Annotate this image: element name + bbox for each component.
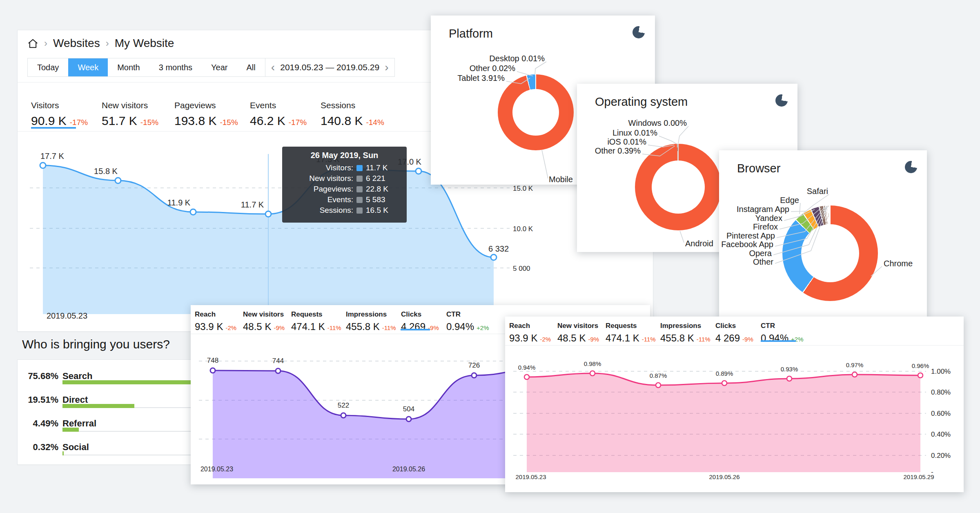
point-label: 744 (272, 357, 284, 365)
y-axis-label: 1.00% (931, 368, 951, 375)
source-bar (62, 451, 64, 455)
y-axis-label: 0.20% (931, 452, 951, 459)
tooltip-label: Visitors: (289, 163, 353, 172)
data-point[interactable] (416, 168, 421, 174)
tooltip-label: Sessions: (289, 206, 353, 215)
tooltip-row: Events:5 583 (289, 194, 400, 205)
point-label: 522 (338, 401, 349, 409)
data-point[interactable] (590, 371, 595, 376)
ad-ctr-card: Reach93.9 K-2% New visitors48.5 K-9% Req… (505, 317, 964, 492)
tooltip-row: Sessions:16.5 K (289, 205, 400, 216)
donut-slice-label: Yandex (652, 214, 782, 223)
series-swatch (356, 186, 363, 192)
series-swatch (356, 207, 363, 214)
browser-card: Browser SafariEdgeInstagram AppYandexFir… (719, 150, 927, 318)
source-pct: 19.51% (25, 395, 58, 405)
tooltip-date: 26 May 2019, Sun (289, 151, 400, 160)
data-point[interactable] (210, 368, 215, 373)
tooltip-row: Pageviews:22.8 K (289, 184, 400, 194)
donut-slice-label: Firefox (647, 222, 778, 231)
tooltip-value: 16.5 K (366, 206, 388, 215)
donut-slice-label: Other 0.39% (510, 146, 641, 155)
data-point[interactable] (524, 375, 529, 379)
data-point[interactable] (491, 254, 497, 260)
source-label: Social (62, 442, 89, 453)
x-axis-label: 2019.05.23 (47, 311, 87, 320)
tooltip-value: 22.8 K (366, 185, 388, 194)
tooltip-value: 11.7 K (366, 163, 388, 172)
donut-slice-label: Pinterest App (644, 231, 775, 240)
data-point[interactable] (852, 372, 857, 377)
point-label: 0.97% (846, 361, 864, 368)
area-fill (527, 373, 920, 472)
tooltip-label: Events: (289, 195, 353, 204)
data-point[interactable] (918, 373, 923, 378)
data-point[interactable] (787, 376, 792, 381)
tooltip-label: New visitors: (289, 174, 353, 183)
data-point[interactable] (40, 163, 46, 168)
tooltip-row: Visitors:11.7 K (289, 163, 400, 173)
donut-slice-label: Other 0.02% (385, 64, 515, 73)
donut-slice-label: Facebook App (643, 240, 773, 249)
data-point[interactable] (406, 417, 411, 422)
series-swatch (356, 176, 363, 182)
analytics-dashboard: › Websites › My Website Today Week Month… (0, 0, 980, 513)
ctr-area-chart[interactable]: 0.94%0.98%0.87%0.89%0.93%0.97%0.96%1.00%… (505, 317, 964, 492)
point-label: 748 (207, 357, 218, 364)
browser-donut-chart[interactable]: SafariEdgeInstagram AppYandexFirefoxPint… (719, 150, 927, 318)
data-point[interactable] (276, 368, 281, 373)
donut-slice-label: Other (643, 257, 773, 266)
tooltip-row: New visitors:6 221 (289, 173, 400, 184)
data-point[interactable] (472, 373, 477, 378)
data-point[interactable] (190, 209, 196, 215)
point-label: 0.96% (912, 362, 929, 369)
tooltip-value: 5 583 (366, 195, 385, 204)
donut-slice-label: Linux 0.01% (527, 128, 657, 137)
donut-slice-label: Opera (641, 249, 772, 258)
chart-tooltip: 26 May 2019, Sun Visitors:11.7 K New vis… (282, 147, 407, 223)
point-label: 0.98% (584, 360, 601, 367)
x-axis-label: 2019.05.23 (200, 466, 233, 473)
point-label: 17.7 K (40, 152, 64, 161)
point-label: 0.93% (781, 366, 798, 372)
point-label: 504 (403, 405, 414, 413)
x-axis-label: 2019.05.26 (709, 473, 739, 480)
donut-slice-label: Desktop 0.01% (414, 54, 545, 63)
series-swatch (356, 165, 363, 171)
donut-slice-label: iOS 0.01% (516, 137, 646, 146)
donut-slice-label: Edge (668, 196, 799, 205)
y-axis-label: 15.0 K (513, 185, 533, 192)
point-label: 726 (468, 361, 480, 369)
source-pct: 4.49% (25, 418, 58, 429)
sources-heading: Who is bringing you users? (22, 337, 170, 351)
point-label: 6 332 (488, 244, 509, 253)
source-pct: 75.68% (25, 371, 58, 381)
series-swatch (356, 197, 363, 203)
point-label: 11.7 K (241, 200, 264, 209)
point-label: 15.8 K (94, 167, 118, 176)
x-axis-label: 2019.05.23 (515, 473, 546, 480)
y-axis-label: 0.60% (931, 410, 951, 417)
tooltip-value: 6 221 (366, 174, 385, 183)
source-bar (62, 404, 134, 408)
point-label: 0.87% (650, 372, 667, 379)
data-point[interactable] (115, 178, 121, 183)
point-label: 11.9 K (167, 198, 191, 207)
y-axis-label: 0.80% (931, 388, 951, 396)
donut-slice-label: Tablet 3.91% (374, 74, 505, 83)
data-point[interactable] (341, 413, 346, 418)
point-label: 0.94% (518, 364, 536, 371)
donut-slice-label: Instagram App (659, 205, 789, 214)
y-axis-label: 0.40% (931, 430, 951, 438)
data-point[interactable] (722, 381, 727, 386)
x-axis-label: 2019.05.26 (392, 466, 425, 473)
source-bar (62, 428, 79, 432)
donut-slice-label: Mobile (549, 175, 573, 184)
y-axis-label: 5 000 (513, 265, 530, 272)
data-point[interactable] (656, 383, 661, 388)
point-label: 0.89% (716, 370, 733, 377)
tooltip-label: Pageviews: (289, 185, 353, 194)
data-point[interactable] (265, 211, 271, 217)
donut-slice-label: Safari (697, 187, 828, 196)
y-axis-label: 10.0 K (513, 225, 533, 233)
